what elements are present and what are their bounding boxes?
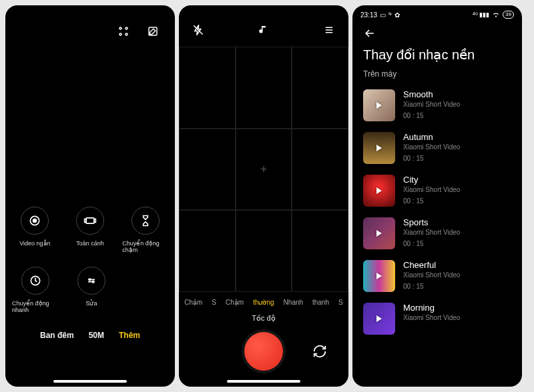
mode-label: Toàn cánh — [76, 240, 104, 247]
back-icon[interactable] — [363, 27, 376, 40]
track-info: MorningXiaomi Short Video — [403, 303, 460, 335]
play-icon — [376, 230, 382, 237]
track-subtitle: Xiaomi Short Video — [403, 101, 460, 108]
page-title: Thay đổi nhạc nền — [352, 43, 522, 65]
track-info: SmoothXiaomi Short Video00 : 15 — [403, 89, 460, 121]
track-thumbnail — [363, 175, 395, 207]
signal-icon: ⁴ᴳ ▮▮▮ — [473, 11, 490, 18]
track-list: SmoothXiaomi Short Video00 : 15AutumnXia… — [352, 84, 522, 387]
tab-50m[interactable]: 50M — [89, 331, 104, 340]
speed-label: Tốc độ — [179, 307, 348, 328]
mode-hourglass[interactable]: Chuyển động chậm — [122, 207, 168, 253]
home-indicator — [227, 380, 300, 383]
menu-icon[interactable] — [322, 23, 336, 37]
focus-crosshair-icon: + — [260, 163, 268, 177]
track-thumbnail — [363, 217, 395, 249]
topbar — [5, 5, 175, 39]
track-thumbnail — [363, 89, 395, 121]
record-button[interactable] — [244, 332, 283, 371]
status-nfc-icon: ᴺ — [388, 11, 392, 19]
track-title: City — [403, 175, 460, 185]
music-icon[interactable] — [256, 23, 271, 37]
speed-option[interactable]: Chậm — [226, 299, 244, 306]
svg-point-13 — [89, 279, 91, 281]
modes-grid: Video ngắnToàn cánhChuyển động chậm Chuy… — [5, 200, 175, 320]
mode-settings[interactable]: Sửa — [68, 267, 115, 313]
track-info: SportsXiaomi Short Video00 : 15 — [403, 217, 460, 249]
settings-icon: ✿ — [394, 11, 400, 19]
edit-icon[interactable] — [146, 24, 160, 39]
speed-option[interactable]: S — [338, 299, 343, 306]
mode-record[interactable]: Video ngắn — [12, 207, 58, 253]
battery-indicator: 39 — [503, 11, 514, 19]
status-bar: 23:13 ▭ ᴺ ✿ ⁴ᴳ ▮▮▮ 39 — [352, 5, 522, 20]
track-subtitle: Xiaomi Short Video — [403, 186, 460, 193]
mode-label: Video ngắn — [19, 240, 50, 247]
play-icon — [376, 315, 382, 322]
mode-label: Chuyển động nhanh — [12, 300, 59, 313]
track-subtitle: Xiaomi Short Video — [403, 143, 460, 151]
svg-rect-8 — [85, 219, 87, 223]
track-title: Sports — [403, 217, 460, 227]
track-row[interactable]: SportsXiaomi Short Video00 : 15 — [363, 212, 511, 255]
shutter-row — [179, 328, 348, 380]
play-icon — [376, 273, 382, 279]
speed-option[interactable]: thanh — [312, 299, 329, 306]
play-icon — [376, 187, 382, 194]
track-title: Morning — [403, 303, 460, 313]
track-row[interactable]: MorningXiaomi Short Video — [363, 297, 511, 340]
speed-option[interactable]: thường — [253, 299, 274, 306]
track-duration: 00 : 15 — [403, 240, 460, 247]
track-subtitle: Xiaomi Short Video — [403, 229, 460, 236]
track-thumbnail — [363, 303, 395, 335]
short-video-record-screen: + ChậmSChậmthườngNhanhthanhS Tốc độ — [179, 5, 348, 387]
tab-ban đêm[interactable]: Ban đêm — [40, 331, 74, 340]
change-background-music-screen: 23:13 ▭ ᴺ ✿ ⁴ᴳ ▮▮▮ 39 Thay đổi nhạc nền … — [352, 5, 522, 387]
speed-option[interactable]: Nhanh — [284, 299, 303, 306]
wifi-icon — [492, 11, 500, 19]
svg-point-3 — [125, 33, 127, 35]
track-row[interactable]: CityXiaomi Short Video00 : 15 — [363, 169, 511, 212]
hourglass-icon — [131, 207, 160, 235]
track-thumbnail — [363, 260, 395, 292]
track-row[interactable]: CheerfulXiaomi Short Video00 : 15 — [363, 255, 511, 297]
track-duration: 00 : 15 — [403, 112, 460, 119]
timelapse-icon — [21, 267, 49, 295]
mode-panorama[interactable]: Toàn cánh — [67, 207, 113, 253]
speed-selector[interactable]: ChậmSChậmthườngNhanhthanhS — [179, 292, 348, 307]
speed-option[interactable]: S — [212, 299, 216, 306]
status-indicator-icon: ▭ — [380, 11, 386, 19]
track-duration: 00 : 15 — [403, 155, 460, 162]
record-icon — [21, 207, 49, 235]
section-label: Trên máy — [352, 65, 522, 84]
track-subtitle: Xiaomi Short Video — [403, 271, 460, 279]
switch-camera-icon[interactable] — [310, 341, 330, 361]
svg-point-1 — [125, 27, 127, 29]
viewfinder[interactable]: + — [179, 47, 348, 292]
flash-off-icon[interactable] — [191, 23, 206, 37]
status-time: 23:13 — [360, 11, 377, 19]
track-subtitle: Xiaomi Short Video — [403, 314, 460, 321]
panorama-icon — [76, 207, 104, 235]
track-info: AutumnXiaomi Short Video00 : 15 — [403, 132, 460, 164]
mode-timelapse[interactable]: Chuyển động nhanh — [12, 267, 59, 313]
track-row[interactable]: AutumnXiaomi Short Video00 : 15 — [363, 127, 511, 169]
topbar — [179, 5, 348, 41]
camera-more-modes-screen: Video ngắnToàn cánhChuyển động chậm Chuy… — [5, 5, 175, 387]
svg-point-2 — [119, 33, 121, 35]
grid-toggle-icon[interactable] — [116, 24, 131, 39]
track-thumbnail — [363, 132, 395, 164]
home-indicator — [53, 380, 127, 383]
svg-rect-9 — [94, 219, 96, 223]
mode-label: Chuyển động chậm — [122, 240, 168, 253]
svg-point-6 — [33, 219, 37, 223]
track-title: Smooth — [403, 89, 460, 99]
tab-thêm[interactable]: Thêm — [119, 331, 140, 340]
track-title: Autumn — [403, 132, 460, 142]
svg-rect-7 — [86, 218, 94, 223]
speed-option[interactable]: Chậm — [184, 299, 202, 306]
track-info: CheerfulXiaomi Short Video00 : 15 — [403, 260, 460, 292]
play-icon — [376, 145, 382, 151]
track-row[interactable]: SmoothXiaomi Short Video00 : 15 — [363, 84, 511, 127]
play-icon — [376, 102, 382, 109]
